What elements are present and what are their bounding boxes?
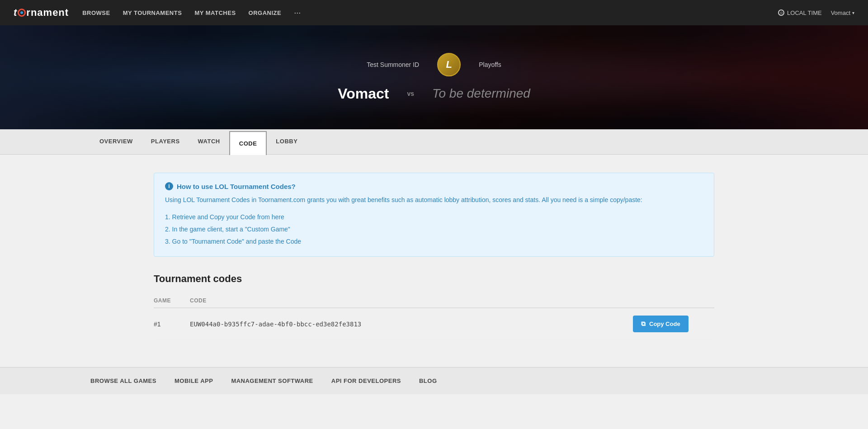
footer-api[interactable]: API FOR DEVELOPERS xyxy=(331,377,401,384)
footer-mobile-app[interactable]: MOBILE APP xyxy=(175,377,213,384)
logo[interactable]: t rnament xyxy=(14,7,69,19)
step-1: 1. Retrieve and Copy your Code from here xyxy=(165,211,703,223)
info-box-title: i How to use LOL Tournament Codes? xyxy=(165,182,703,190)
nav-links: BROWSE MY TOURNAMENTS MY MATCHES ORGANIZ… xyxy=(82,8,764,18)
footer-browse-all[interactable]: BROWSE ALL GAMES xyxy=(90,377,156,384)
table-header-row: GAME CODE xyxy=(154,294,714,308)
info-icon: i xyxy=(165,182,173,190)
hero-banner: Test Summoner ID L Playoffs Vomact vs To… xyxy=(0,25,868,129)
copy-cell: ⧉ Copy Code xyxy=(633,308,714,340)
info-box: i How to use LOL Tournament Codes? Using… xyxy=(154,173,714,257)
char-right xyxy=(678,25,868,129)
codes-table: GAME CODE #1 EUW044a0-b935ffc7-adae-4bf0… xyxy=(154,294,714,340)
copy-code-button[interactable]: ⧉ Copy Code xyxy=(633,316,689,332)
info-box-heading: How to use LOL Tournament Codes? xyxy=(177,183,296,190)
main-content: i How to use LOL Tournament Codes? Using… xyxy=(145,155,723,367)
col-code: CODE xyxy=(190,294,633,308)
col-action xyxy=(633,294,714,308)
user-menu[interactable]: Vomact ▾ xyxy=(831,9,854,16)
info-box-steps: 1. Retrieve and Copy your Code from here… xyxy=(165,211,703,247)
nav-more[interactable]: ··· xyxy=(294,8,301,18)
tab-overview[interactable]: OVERVIEW xyxy=(90,129,142,154)
game-number: #1 xyxy=(154,308,190,340)
nav-my-matches[interactable]: MY MATCHES xyxy=(194,9,236,16)
step-3: 3. Go to "Tournament Code" and paste the… xyxy=(165,236,703,248)
col-game: GAME xyxy=(154,294,190,308)
char-left xyxy=(0,25,190,129)
chevron-down-icon: ▾ xyxy=(852,10,854,15)
vs-label: vs xyxy=(407,90,414,97)
team2-name: To be determined xyxy=(432,86,530,101)
clock-icon: ⊙ xyxy=(778,9,784,16)
team1-name: Vomact xyxy=(338,85,389,102)
logo-icon xyxy=(18,9,26,17)
user-name: Vomact xyxy=(831,9,850,16)
logo-text: t xyxy=(14,7,17,19)
nav-browse[interactable]: BROWSE xyxy=(82,9,110,16)
table-row: #1 EUW044a0-b935ffc7-adae-4bf0-bbcc-ed3e… xyxy=(154,308,714,340)
logo-rest: rnament xyxy=(26,7,69,19)
nav-my-tournaments[interactable]: MY TOURNAMENTS xyxy=(123,9,182,16)
hero-characters xyxy=(0,25,868,129)
section-title: Tournament codes xyxy=(154,273,714,285)
game-icon: L xyxy=(437,53,461,76)
footer: BROWSE ALL GAMES MOBILE APP MANAGEMENT S… xyxy=(0,367,868,394)
footer-blog[interactable]: BLOG xyxy=(419,377,437,384)
summoner-id-label: Test Summoner ID xyxy=(367,61,419,68)
hero-match: Vomact vs To be determined xyxy=(338,85,530,102)
copy-icon: ⧉ xyxy=(641,320,646,328)
hero-top-bar: Test Summoner ID L Playoffs xyxy=(367,53,501,76)
stage-label: Playoffs xyxy=(479,61,501,68)
footer-management[interactable]: MANAGEMENT SOFTWARE xyxy=(231,377,313,384)
tab-players[interactable]: PLAYERS xyxy=(142,129,189,154)
navbar-right: ⊙ LOCAL TIME Vomact ▾ xyxy=(778,9,854,16)
info-box-description: Using LOL Tournament Codes in Toornament… xyxy=(165,195,703,205)
tab-code[interactable]: CODE xyxy=(229,131,267,155)
step-2: 2. In the game client, start a "Custom G… xyxy=(165,223,703,236)
navbar: t rnament BROWSE MY TOURNAMENTS MY MATCH… xyxy=(0,0,868,25)
tabs-bar: OVERVIEW PLAYERS WATCH CODE LOBBY xyxy=(0,129,868,155)
tab-watch[interactable]: WATCH xyxy=(189,129,229,154)
local-time-label: LOCAL TIME xyxy=(787,9,822,16)
local-time[interactable]: ⊙ LOCAL TIME xyxy=(778,9,822,16)
code-value: EUW044a0-b935ffc7-adae-4bf0-bbcc-ed3e82f… xyxy=(190,308,633,340)
copy-btn-label: Copy Code xyxy=(649,321,680,327)
nav-organize[interactable]: ORGANIZE xyxy=(249,9,282,16)
tab-lobby[interactable]: LOBBY xyxy=(267,129,307,154)
